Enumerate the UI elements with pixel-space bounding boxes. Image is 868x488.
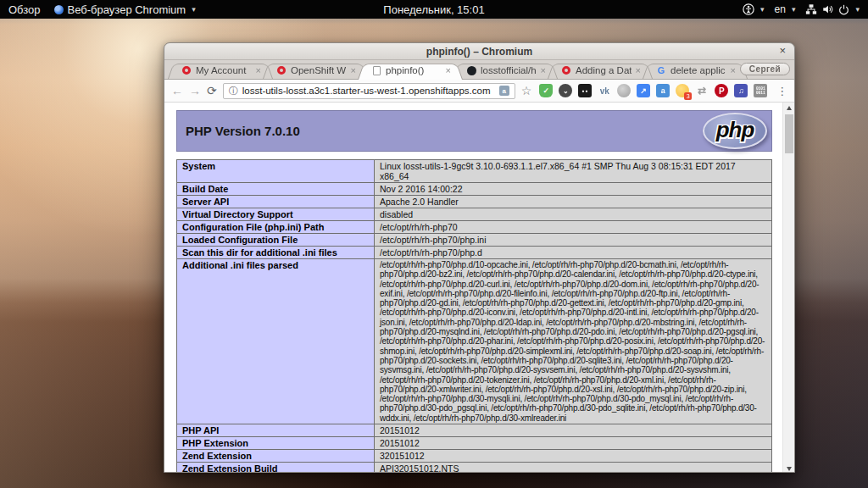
- php-logo-text: php: [716, 117, 754, 143]
- adblock-shield-icon[interactable]: ✓: [539, 84, 553, 97]
- accessibility-menu-button[interactable]: ▾: [743, 3, 765, 15]
- row-value: API320151012,NTS: [375, 463, 772, 473]
- row-label: Additional .ini files parsed: [177, 259, 375, 424]
- scrollbar-thumb[interactable]: [785, 114, 793, 153]
- tab-close-icon[interactable]: ×: [636, 65, 641, 75]
- page-content: PHP Version 7.0.10 php System Linux loss…: [164, 103, 794, 473]
- accessibility-icon: [743, 3, 754, 15]
- table-row: Loaded Configuration File /etc/opt/rh/rh…: [177, 234, 772, 247]
- chevron-down-icon: ▾: [792, 5, 796, 14]
- chevron-down-icon: ▾: [855, 5, 860, 14]
- openshift-favicon: [276, 65, 287, 75]
- tab-label: delete applic: [670, 65, 726, 75]
- php-logo: php: [703, 113, 767, 149]
- translate-page-icon[interactable]: a: [499, 86, 509, 96]
- scrollbar-up-arrow[interactable]: [783, 103, 794, 113]
- tab-close-icon[interactable]: ×: [541, 65, 546, 75]
- row-value: 320151012: [375, 450, 772, 463]
- lightbulb-extension-icon[interactable]: 3: [676, 84, 689, 97]
- desktop-wallpaper: Обзор Веб-браузер Chromium ▾ Понедельник…: [0, 0, 868, 488]
- window-close-button[interactable]: ×: [779, 44, 786, 57]
- row-value: Linux losst-utils-1-9gc9t 3.10.0-693.1.1…: [375, 160, 772, 183]
- row-label: System: [177, 160, 375, 183]
- keyboard-layout-button[interactable]: en ▾: [775, 3, 796, 15]
- table-row: Zend Extension 320151012: [177, 450, 772, 463]
- row-label: Zend Extension Build: [177, 463, 375, 473]
- tab-close-icon[interactable]: ×: [731, 65, 736, 75]
- system-status-menu-button[interactable]: ▾: [805, 3, 860, 15]
- tab-label: OpenShift W: [291, 65, 347, 75]
- tab-openshift[interactable]: OpenShift W ×: [263, 62, 368, 79]
- row-label: Virtual Directory Support: [177, 208, 375, 221]
- page-favicon: [371, 65, 381, 75]
- address-bar[interactable]: ⓘ losst-utils-losst.a3c1.starter-us-west…: [223, 83, 515, 99]
- chevron-down-icon: ▾: [760, 5, 765, 14]
- tab-github[interactable]: losstofficial/h ×: [453, 62, 558, 79]
- grey-circle-extension-icon[interactable]: [617, 84, 631, 97]
- clock[interactable]: Понедельник, 15:01: [0, 3, 868, 16]
- pocket-icon[interactable]: ⌄: [559, 84, 572, 97]
- row-value: Nov 2 2016 14:00:22: [375, 183, 772, 196]
- tab-phpinfo-active[interactable]: phpinfo() ×: [358, 62, 463, 79]
- window-titlebar[interactable]: phpinfo() – Chromium ×: [164, 43, 794, 60]
- tab-label: phpinfo(): [386, 65, 442, 75]
- vk-icon[interactable]: vk: [598, 84, 611, 97]
- url-text[interactable]: losst-utils-losst.a3c1.starter-us-west-1…: [242, 86, 495, 96]
- row-value: 20151012: [375, 424, 772, 437]
- tab-delete-application[interactable]: G delete applic ×: [643, 62, 748, 79]
- profile-button[interactable]: Сергей: [740, 63, 790, 75]
- table-row: PHP Extension 20151012: [177, 437, 772, 450]
- tab-close-icon[interactable]: ×: [351, 65, 356, 75]
- binary-extension-icon[interactable]: 01010011: [754, 84, 767, 97]
- row-value: /etc/opt/rh/rh-php70: [375, 221, 772, 234]
- row-value-ini-list: /etc/opt/rh/rh-php70/php.d/10-opcache.in…: [375, 259, 772, 424]
- language-label: en: [775, 3, 786, 15]
- tab-label: My Account: [196, 65, 252, 75]
- table-row: Zend Extension Build API320151012,NTS: [177, 463, 772, 473]
- table-row: Virtual Directory Support disabled: [177, 208, 772, 221]
- row-label: PHP API: [177, 424, 375, 437]
- scrollbar-down-arrow[interactable]: [783, 463, 794, 473]
- table-row: Scan this dir for additional .ini files …: [177, 247, 772, 259]
- row-value: /etc/opt/rh/rh-php70/php.ini: [375, 234, 772, 247]
- tab-label: losstofficial/h: [481, 65, 537, 75]
- row-label: Scan this dir for additional .ini files: [177, 247, 375, 259]
- volume-icon: [821, 3, 834, 15]
- extensions-area: ✓ ⌄ ●● vk ↗ a 3 ⇄ P ♫ 01010011: [539, 84, 767, 97]
- browser-window: phpinfo() – Chromium × My Account × Open…: [164, 42, 795, 473]
- google-favicon: G: [656, 65, 666, 75]
- music-extension-icon[interactable]: ♫: [734, 84, 748, 97]
- stats-extension-icon[interactable]: ↗: [637, 84, 650, 97]
- row-value: disabled: [375, 208, 772, 221]
- gnome-top-bar: Обзор Веб-браузер Chromium ▾ Понедельник…: [0, 0, 868, 19]
- translate-extension-icon[interactable]: a: [656, 84, 670, 97]
- forward-button[interactable]: →: [189, 85, 201, 97]
- openshift-favicon: [561, 65, 571, 75]
- table-row: Configuration File (php.ini) Path /etc/o…: [177, 221, 772, 234]
- power-icon: [838, 4, 849, 15]
- tab-my-account[interactable]: My Account ×: [168, 62, 273, 79]
- row-label: Server API: [177, 196, 375, 208]
- back-button[interactable]: ←: [171, 85, 183, 97]
- tab-close-icon[interactable]: ×: [446, 65, 451, 75]
- bookmark-star-icon[interactable]: ☆: [521, 84, 532, 97]
- pinterest-icon[interactable]: P: [715, 84, 728, 97]
- table-row: Additional .ini files parsed /etc/opt/rh…: [177, 259, 772, 424]
- browser-toolbar: ← → ⟳ ⓘ losst-utils-losst.a3c1.starter-u…: [164, 80, 794, 103]
- window-title: phpinfo() – Chromium: [426, 46, 532, 58]
- tab-adding-database[interactable]: Adding a Dat ×: [548, 62, 653, 79]
- tab-close-icon[interactable]: ×: [256, 65, 261, 75]
- reload-button[interactable]: ⟳: [207, 85, 217, 97]
- network-icon: [805, 3, 817, 15]
- table-row: PHP API 20151012: [177, 424, 772, 437]
- browser-menu-icon[interactable]: ⋮: [776, 85, 787, 97]
- phpinfo-table: System Linux losst-utils-1-9gc9t 3.10.0-…: [176, 159, 772, 473]
- black-extension-icon[interactable]: ●●: [578, 84, 592, 97]
- page-scrollbar[interactable]: [782, 103, 794, 473]
- site-info-icon[interactable]: ⓘ: [229, 85, 238, 97]
- table-row: Build Date Nov 2 2016 14:00:22: [177, 183, 772, 196]
- row-label: Zend Extension: [177, 450, 375, 463]
- row-label: Loaded Configuration File: [177, 234, 375, 247]
- savefrom-extension-icon[interactable]: ⇄: [695, 84, 709, 97]
- phpinfo-header: PHP Version 7.0.10 php: [176, 110, 772, 152]
